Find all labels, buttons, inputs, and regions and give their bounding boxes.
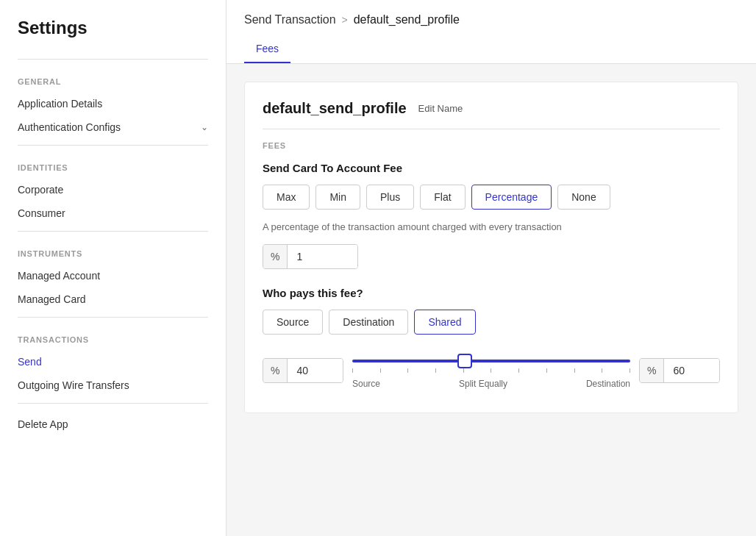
fees-section-label: FEES bbox=[263, 141, 720, 150]
sidebar-item-delete-app[interactable]: Delete App bbox=[0, 412, 226, 436]
split-slider[interactable] bbox=[352, 360, 630, 362]
card-divider bbox=[263, 129, 720, 129]
main-content: Send Transaction > default_send_profile … bbox=[227, 0, 756, 536]
destination-percent-symbol: % bbox=[640, 359, 664, 382]
sidebar-item-authentication-configs[interactable]: Authentication Configs ⌄ bbox=[0, 115, 226, 139]
slider-labels: Source Split Equally Destination bbox=[352, 379, 630, 389]
sidebar-divider-4 bbox=[18, 403, 208, 404]
percentage-input-group: % bbox=[263, 244, 358, 269]
who-btn-source[interactable]: Source bbox=[263, 310, 323, 335]
who-btn-destination[interactable]: Destination bbox=[329, 310, 408, 335]
sidebar-item-application-details[interactable]: Application Details bbox=[0, 92, 226, 115]
sidebar-title: Settings bbox=[0, 18, 226, 53]
who-pays-title: Who pays this fee? bbox=[263, 287, 720, 299]
header: Send Transaction > default_send_profile … bbox=[227, 0, 756, 64]
fee-btn-max[interactable]: Max bbox=[263, 185, 310, 210]
breadcrumb-current: default_send_profile bbox=[354, 13, 460, 26]
fee-type-title: Send Card To Account Fee bbox=[263, 162, 720, 174]
who-btn-shared[interactable]: Shared bbox=[414, 310, 475, 335]
slider-label-destination: Destination bbox=[586, 379, 630, 389]
slider-label-source: Source bbox=[352, 379, 380, 389]
destination-input-box: % bbox=[639, 358, 720, 383]
breadcrumb-separator: > bbox=[342, 14, 348, 26]
breadcrumb: Send Transaction > default_send_profile bbox=[244, 0, 738, 26]
slider-label-center: Split Equally bbox=[459, 379, 507, 389]
source-input-box: % bbox=[263, 358, 343, 383]
slider-section: % bbox=[263, 352, 720, 389]
breadcrumb-link[interactable]: Send Transaction bbox=[244, 13, 336, 26]
sidebar-divider-1 bbox=[18, 145, 208, 146]
fee-type-buttons: Max Min Plus Flat Percentage None bbox=[263, 185, 720, 210]
tab-fees[interactable]: Fees bbox=[244, 35, 290, 63]
sidebar-divider-2 bbox=[18, 231, 208, 232]
edit-name-button[interactable]: Edit Name bbox=[418, 103, 463, 114]
sidebar-section-general: GENERAL bbox=[0, 65, 226, 92]
percentage-input[interactable] bbox=[288, 245, 358, 268]
source-percent-symbol: % bbox=[263, 359, 288, 382]
sidebar: Settings GENERAL Application Details Aut… bbox=[0, 0, 227, 536]
profile-header: default_send_profile Edit Name bbox=[263, 100, 720, 117]
sidebar-item-send[interactable]: Send bbox=[0, 350, 226, 374]
sidebar-item-consumer[interactable]: Consumer bbox=[0, 201, 226, 225]
fee-btn-flat[interactable]: Flat bbox=[420, 185, 465, 210]
fee-btn-plus[interactable]: Plus bbox=[366, 185, 414, 210]
content-area: default_send_profile Edit Name FEES Send… bbox=[227, 64, 756, 536]
sidebar-divider-top bbox=[18, 59, 208, 60]
profile-name: default_send_profile bbox=[263, 100, 407, 117]
chevron-down-icon: ⌄ bbox=[201, 122, 208, 132]
slider-wrapper: Source Split Equally Destination bbox=[352, 352, 630, 389]
fee-btn-percentage[interactable]: Percentage bbox=[471, 185, 552, 210]
sidebar-section-transactions: TRANSACTIONS bbox=[0, 324, 226, 350]
sidebar-divider-3 bbox=[18, 317, 208, 318]
tab-bar: Fees bbox=[244, 35, 738, 63]
sidebar-item-outgoing-wire-transfers[interactable]: Outgoing Wire Transfers bbox=[0, 374, 226, 397]
sidebar-section-identities: IDENTITIES bbox=[0, 151, 226, 178]
sidebar-section-instruments: INSTRUMENTS bbox=[0, 237, 226, 264]
sidebar-item-corporate[interactable]: Corporate bbox=[0, 178, 226, 201]
source-value-input[interactable] bbox=[288, 359, 343, 382]
destination-value-input[interactable] bbox=[664, 359, 720, 382]
fee-description: A percentage of the transaction amount c… bbox=[263, 221, 720, 232]
fee-btn-none[interactable]: None bbox=[557, 185, 610, 210]
sidebar-item-managed-account[interactable]: Managed Account bbox=[0, 264, 226, 287]
percentage-symbol: % bbox=[263, 245, 288, 268]
fees-card: default_send_profile Edit Name FEES Send… bbox=[244, 82, 738, 413]
fee-btn-min[interactable]: Min bbox=[315, 185, 360, 210]
who-pays-buttons: Source Destination Shared bbox=[263, 310, 720, 335]
sidebar-item-managed-card[interactable]: Managed Card bbox=[0, 287, 226, 311]
